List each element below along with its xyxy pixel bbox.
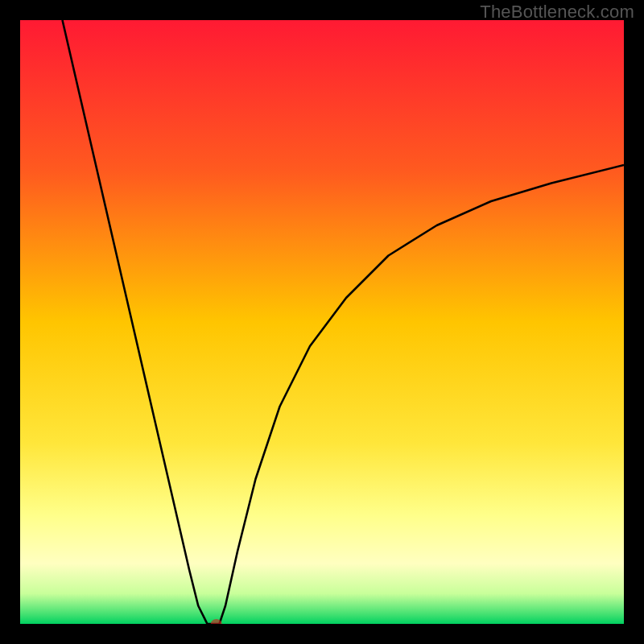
chart-svg (20, 20, 624, 624)
chart-container: TheBottleneck.com (0, 0, 644, 644)
plot-area (20, 20, 624, 624)
gradient-background (20, 20, 624, 624)
watermark-text: TheBottleneck.com (480, 2, 634, 23)
